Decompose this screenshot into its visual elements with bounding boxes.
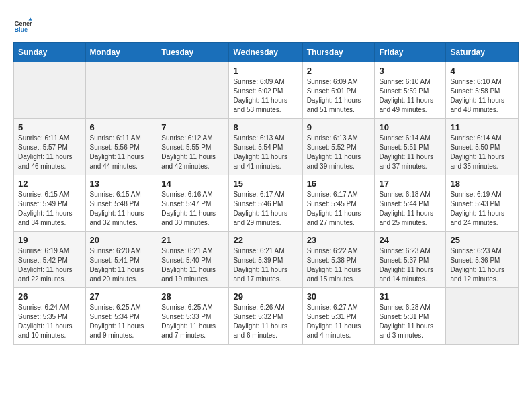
- calendar-week-row: 5Sunrise: 6:11 AM Sunset: 5:57 PM Daylig…: [14, 119, 519, 175]
- calendar-cell: [446, 288, 519, 345]
- calendar-week-row: 26Sunrise: 6:24 AM Sunset: 5:35 PM Dayli…: [14, 288, 519, 345]
- day-info: Sunrise: 6:22 AM Sunset: 5:38 PM Dayligh…: [307, 246, 371, 284]
- calendar-cell: 13Sunrise: 6:15 AM Sunset: 5:48 PM Dayli…: [85, 175, 157, 232]
- calendar-table: SundayMondayTuesdayWednesdayThursdayFrid…: [13, 42, 519, 345]
- day-number: 10: [379, 122, 441, 132]
- day-number: 12: [18, 179, 81, 189]
- weekday-header-monday: Monday: [85, 43, 157, 62]
- day-info: Sunrise: 6:12 AM Sunset: 5:55 PM Dayligh…: [161, 134, 224, 171]
- day-info: Sunrise: 6:13 AM Sunset: 5:54 PM Dayligh…: [233, 134, 298, 171]
- day-info: Sunrise: 6:23 AM Sunset: 5:36 PM Dayligh…: [450, 246, 514, 284]
- day-number: 22: [233, 235, 298, 245]
- calendar-cell: [85, 62, 157, 119]
- day-info: Sunrise: 6:25 AM Sunset: 5:34 PM Dayligh…: [90, 303, 153, 340]
- calendar-cell: 26Sunrise: 6:24 AM Sunset: 5:35 PM Dayli…: [14, 288, 86, 345]
- day-number: 17: [379, 179, 441, 189]
- day-info: Sunrise: 6:10 AM Sunset: 5:59 PM Dayligh…: [379, 77, 441, 115]
- day-info: Sunrise: 6:23 AM Sunset: 5:37 PM Dayligh…: [379, 246, 441, 284]
- day-number: 20: [90, 235, 153, 245]
- day-number: 28: [161, 291, 224, 302]
- day-number: 18: [450, 179, 514, 189]
- day-number: 7: [161, 122, 224, 132]
- calendar-week-row: 12Sunrise: 6:15 AM Sunset: 5:49 PM Dayli…: [14, 175, 519, 232]
- calendar-week-row: 19Sunrise: 6:19 AM Sunset: 5:42 PM Dayli…: [14, 232, 519, 288]
- calendar-cell: 30Sunrise: 6:27 AM Sunset: 5:31 PM Dayli…: [302, 288, 375, 345]
- day-number: 31: [379, 291, 441, 302]
- svg-text:General: General: [14, 20, 32, 27]
- calendar-cell: 24Sunrise: 6:23 AM Sunset: 5:37 PM Dayli…: [375, 232, 446, 288]
- calendar-cell: 25Sunrise: 6:23 AM Sunset: 5:36 PM Dayli…: [446, 232, 519, 288]
- day-number: 24: [379, 235, 441, 245]
- calendar-cell: 15Sunrise: 6:17 AM Sunset: 5:46 PM Dayli…: [229, 175, 302, 232]
- day-info: Sunrise: 6:17 AM Sunset: 5:45 PM Dayligh…: [307, 190, 371, 228]
- weekday-header-friday: Friday: [375, 43, 446, 62]
- calendar-cell: 20Sunrise: 6:20 AM Sunset: 5:41 PM Dayli…: [85, 232, 157, 288]
- day-info: Sunrise: 6:09 AM Sunset: 6:02 PM Dayligh…: [233, 77, 298, 115]
- day-info: Sunrise: 6:15 AM Sunset: 5:48 PM Dayligh…: [90, 190, 153, 228]
- calendar-cell: [14, 62, 86, 119]
- calendar-cell: 2Sunrise: 6:09 AM Sunset: 6:01 PM Daylig…: [302, 62, 375, 119]
- day-info: Sunrise: 6:09 AM Sunset: 6:01 PM Dayligh…: [307, 77, 371, 115]
- calendar-cell: [157, 62, 229, 119]
- day-number: 5: [18, 122, 81, 132]
- day-info: Sunrise: 6:24 AM Sunset: 5:35 PM Dayligh…: [18, 303, 81, 340]
- calendar-cell: 14Sunrise: 6:16 AM Sunset: 5:47 PM Dayli…: [157, 175, 229, 232]
- weekday-header-sunday: Sunday: [14, 43, 86, 62]
- day-number: 19: [18, 235, 81, 245]
- day-info: Sunrise: 6:16 AM Sunset: 5:47 PM Dayligh…: [161, 190, 224, 228]
- weekday-header-saturday: Saturday: [446, 43, 519, 62]
- day-number: 15: [233, 179, 298, 189]
- day-number: 3: [379, 66, 441, 76]
- calendar-cell: 1Sunrise: 6:09 AM Sunset: 6:02 PM Daylig…: [229, 62, 302, 119]
- day-number: 25: [450, 235, 514, 245]
- weekday-header-thursday: Thursday: [302, 43, 375, 62]
- calendar-cell: 19Sunrise: 6:19 AM Sunset: 5:42 PM Dayli…: [14, 232, 86, 288]
- calendar-cell: 12Sunrise: 6:15 AM Sunset: 5:49 PM Dayli…: [14, 175, 86, 232]
- day-info: Sunrise: 6:13 AM Sunset: 5:52 PM Dayligh…: [307, 134, 371, 171]
- calendar-cell: 3Sunrise: 6:10 AM Sunset: 5:59 PM Daylig…: [375, 62, 446, 119]
- day-info: Sunrise: 6:21 AM Sunset: 5:40 PM Dayligh…: [161, 246, 224, 284]
- calendar-cell: 27Sunrise: 6:25 AM Sunset: 5:34 PM Dayli…: [85, 288, 157, 345]
- day-number: 21: [161, 235, 224, 245]
- day-number: 8: [233, 122, 298, 132]
- day-info: Sunrise: 6:10 AM Sunset: 5:58 PM Dayligh…: [450, 77, 514, 115]
- weekday-header-row: SundayMondayTuesdayWednesdayThursdayFrid…: [14, 43, 519, 62]
- day-number: 26: [18, 291, 81, 302]
- day-info: Sunrise: 6:19 AM Sunset: 5:42 PM Dayligh…: [18, 246, 81, 284]
- day-number: 27: [90, 291, 153, 302]
- weekday-header-wednesday: Wednesday: [229, 43, 302, 62]
- day-info: Sunrise: 6:17 AM Sunset: 5:46 PM Dayligh…: [233, 190, 298, 228]
- day-info: Sunrise: 6:28 AM Sunset: 5:31 PM Dayligh…: [379, 303, 441, 340]
- calendar-cell: 21Sunrise: 6:21 AM Sunset: 5:40 PM Dayli…: [157, 232, 229, 288]
- calendar-cell: 23Sunrise: 6:22 AM Sunset: 5:38 PM Dayli…: [302, 232, 375, 288]
- day-number: 29: [233, 291, 298, 302]
- day-number: 11: [450, 122, 514, 132]
- day-info: Sunrise: 6:26 AM Sunset: 5:32 PM Dayligh…: [233, 303, 298, 340]
- day-number: 14: [161, 179, 224, 189]
- day-info: Sunrise: 6:27 AM Sunset: 5:31 PM Dayligh…: [307, 303, 371, 340]
- day-number: 6: [90, 122, 153, 132]
- calendar-cell: 28Sunrise: 6:25 AM Sunset: 5:33 PM Dayli…: [157, 288, 229, 345]
- calendar-cell: 9Sunrise: 6:13 AM Sunset: 5:52 PM Daylig…: [302, 119, 375, 175]
- calendar-cell: 7Sunrise: 6:12 AM Sunset: 5:55 PM Daylig…: [157, 119, 229, 175]
- day-number: 16: [307, 179, 371, 189]
- calendar-week-row: 1Sunrise: 6:09 AM Sunset: 6:02 PM Daylig…: [14, 62, 519, 119]
- calendar-cell: 16Sunrise: 6:17 AM Sunset: 5:45 PM Dayli…: [302, 175, 375, 232]
- day-info: Sunrise: 6:25 AM Sunset: 5:33 PM Dayligh…: [161, 303, 224, 340]
- day-number: 23: [307, 235, 371, 245]
- calendar-cell: 29Sunrise: 6:26 AM Sunset: 5:32 PM Dayli…: [229, 288, 302, 345]
- calendar-cell: 10Sunrise: 6:14 AM Sunset: 5:51 PM Dayli…: [375, 119, 446, 175]
- day-info: Sunrise: 6:14 AM Sunset: 5:50 PM Dayligh…: [450, 134, 514, 171]
- svg-text:Blue: Blue: [14, 26, 28, 33]
- calendar-cell: 5Sunrise: 6:11 AM Sunset: 5:57 PM Daylig…: [14, 119, 86, 175]
- header: General Blue: [13, 13, 519, 36]
- day-number: 30: [307, 291, 371, 302]
- day-info: Sunrise: 6:19 AM Sunset: 5:43 PM Dayligh…: [450, 190, 514, 228]
- day-info: Sunrise: 6:20 AM Sunset: 5:41 PM Dayligh…: [90, 246, 153, 284]
- weekday-header-tuesday: Tuesday: [157, 43, 229, 62]
- calendar-cell: 8Sunrise: 6:13 AM Sunset: 5:54 PM Daylig…: [229, 119, 302, 175]
- calendar-cell: 6Sunrise: 6:11 AM Sunset: 5:56 PM Daylig…: [85, 119, 157, 175]
- calendar-cell: 17Sunrise: 6:18 AM Sunset: 5:44 PM Dayli…: [375, 175, 446, 232]
- day-number: 4: [450, 66, 514, 76]
- calendar-cell: 11Sunrise: 6:14 AM Sunset: 5:50 PM Dayli…: [446, 119, 519, 175]
